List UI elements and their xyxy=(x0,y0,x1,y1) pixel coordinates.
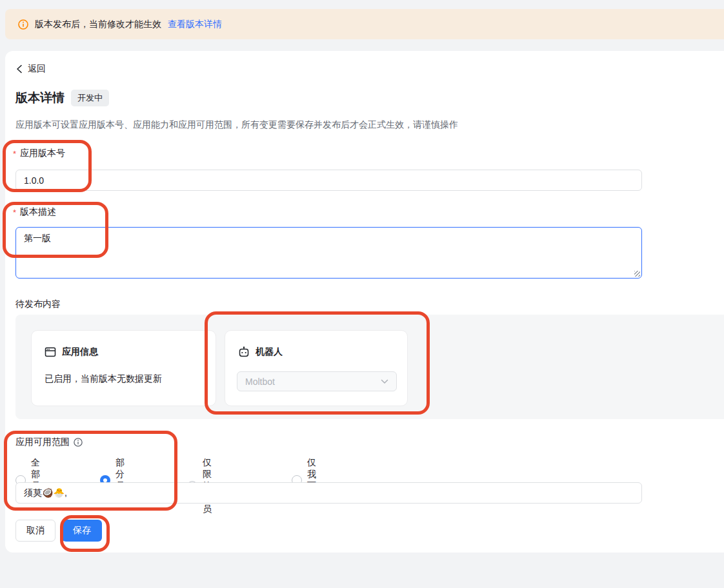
description-field-label: 版本描述 xyxy=(20,206,56,218)
version-field-label: 应用版本号 xyxy=(20,148,65,159)
chevron-down-icon xyxy=(381,379,388,384)
version-field-label-row: * 应用版本号 xyxy=(13,148,65,159)
back-button[interactable]: 返回 xyxy=(15,63,46,75)
info-icon xyxy=(18,19,28,30)
chevron-left-icon xyxy=(15,64,23,74)
version-detail-panel: 返回 版本详情 开发中 应用版本可设置应用版本号、应用能力和应用可用范围，所有变… xyxy=(5,51,724,553)
bot-select-value: Moltbot xyxy=(245,377,275,387)
app-window-icon xyxy=(45,346,56,358)
pending-content-section: 应用信息 已启用，当前版本无数据更新 机器人 Moltbot xyxy=(15,315,724,419)
bot-card: 机器人 Moltbot xyxy=(225,330,408,406)
required-asterisk: * xyxy=(13,208,16,217)
scope-members-input[interactable]: 须莫🥥🐣, xyxy=(15,482,642,504)
app-info-card: 应用信息 已启用，当前版本无数据更新 xyxy=(31,330,216,406)
app-info-card-status: 已启用，当前版本无数据更新 xyxy=(45,373,162,385)
banner-text: 版本发布后，当前修改才能生效 xyxy=(35,19,161,30)
robot-icon xyxy=(238,346,250,358)
version-description-textarea[interactable]: 第一版 xyxy=(15,227,642,279)
pending-content-label: 待发布内容 xyxy=(15,299,61,310)
scope-section-label: 应用可用范围 xyxy=(15,436,70,448)
info-icon[interactable] xyxy=(74,438,83,447)
bot-select[interactable]: Moltbot xyxy=(237,371,397,391)
resize-handle[interactable] xyxy=(634,271,640,277)
bot-card-title: 机器人 xyxy=(256,346,283,358)
cancel-button[interactable]: 取消 xyxy=(15,520,55,542)
view-version-details-link[interactable]: 查看版本详情 xyxy=(168,19,222,30)
page-title: 版本详情 xyxy=(15,90,65,106)
version-notice-banner: 版本发布后，当前修改才能生效 查看版本详情 xyxy=(5,9,724,39)
save-button[interactable]: 保存 xyxy=(62,520,102,542)
status-badge: 开发中 xyxy=(71,90,109,106)
version-number-input[interactable]: 1.0.0 xyxy=(15,170,642,191)
page-description: 应用版本可设置应用版本号、应用能力和应用可用范围，所有变更需要保存并发布后才会正… xyxy=(15,119,458,131)
description-field-label-row: * 版本描述 xyxy=(13,206,56,218)
required-asterisk: * xyxy=(13,149,16,159)
app-info-card-title: 应用信息 xyxy=(62,346,98,358)
back-label: 返回 xyxy=(28,63,46,75)
version-description-text: 第一版 xyxy=(24,233,51,243)
